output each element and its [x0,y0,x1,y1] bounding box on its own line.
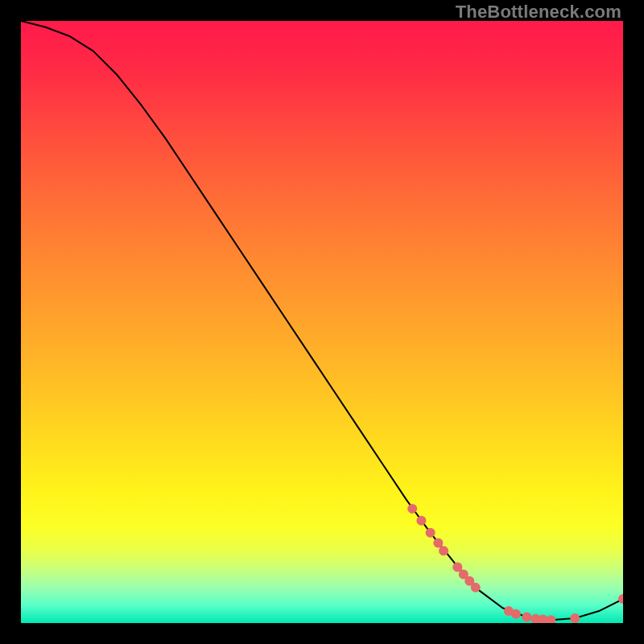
marker-point [618,594,623,604]
marker-point [439,546,448,555]
marker-point [433,539,443,548]
marker-point [522,613,531,622]
chart-svg [21,21,623,623]
chart-stage: TheBottleneck.com [0,0,644,644]
watermark-text: TheBottleneck.com [456,2,621,23]
plot-area [21,21,623,623]
marker-point [426,528,436,538]
series-markers [407,504,623,623]
marker-point [471,583,481,592]
marker-point [416,516,426,526]
marker-point [407,504,417,514]
series-curve [21,21,623,620]
marker-point [570,613,580,623]
marker-point [546,615,555,623]
marker-point [511,609,521,619]
